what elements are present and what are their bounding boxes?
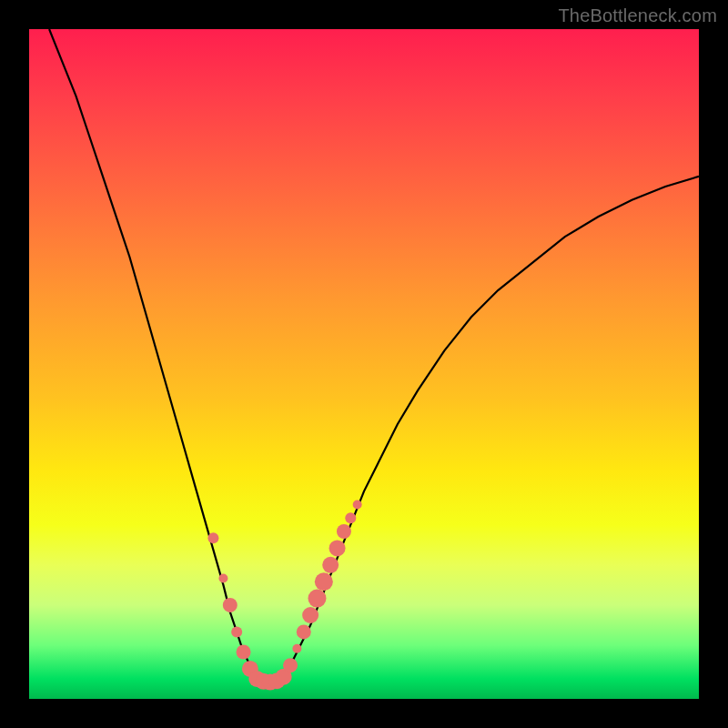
bead-point	[207, 532, 218, 543]
bead-point	[308, 590, 326, 608]
watermark-text: TheBottleneck.com	[558, 5, 717, 26]
bead-point	[315, 572, 333, 591]
bead-point	[231, 626, 242, 637]
bead-point	[223, 598, 238, 612]
curve-right-path	[270, 177, 699, 682]
curve-left-path	[49, 29, 270, 682]
bead-point	[345, 512, 356, 523]
chart-frame: TheBottleneck.com	[0, 0, 728, 728]
beads-group	[207, 500, 361, 691]
bead-point	[218, 574, 228, 583]
bead-point	[237, 644, 251, 659]
plot-area	[29, 29, 699, 699]
bead-point	[353, 500, 362, 510]
bead-point	[337, 524, 351, 539]
bead-point	[283, 658, 298, 672]
bead-point	[297, 624, 311, 639]
bead-point	[322, 557, 339, 573]
bead-point	[329, 540, 346, 556]
bead-point	[292, 644, 301, 653]
chart-overlay	[29, 29, 699, 699]
bead-point	[302, 607, 318, 623]
